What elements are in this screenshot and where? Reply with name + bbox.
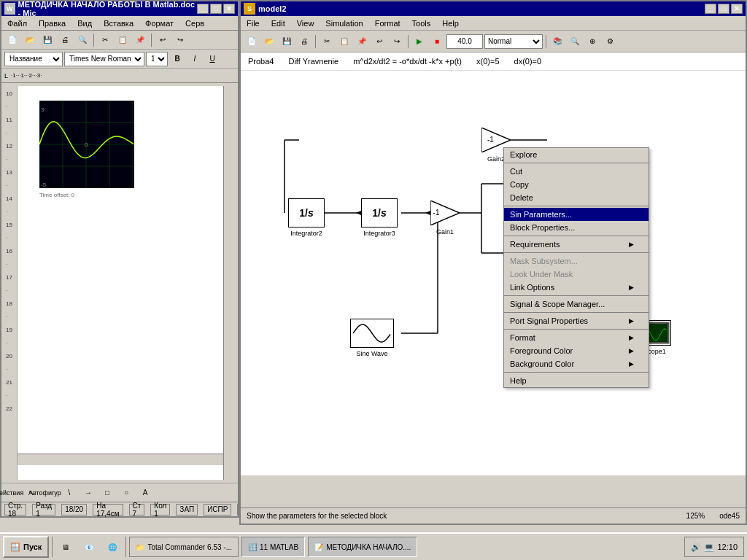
sim-props-button[interactable]: ⚙: [602, 34, 618, 50]
print-button[interactable]: 🖨: [57, 32, 73, 48]
sim-paste-button[interactable]: 📌: [354, 34, 370, 50]
print-preview-button[interactable]: 🔍: [74, 32, 90, 48]
ctx-foreground-color[interactable]: Foreground Color ▶: [504, 344, 649, 357]
block-sine-wave[interactable]: Sine Wave: [350, 319, 394, 348]
simulink-maximize-button[interactable]: □: [718, 4, 729, 14]
sim-menu-edit[interactable]: Edit: [268, 18, 288, 29]
word-menu-insert[interactable]: Вставка: [101, 18, 136, 29]
simulink-close-button[interactable]: ✕: [731, 4, 743, 14]
open-button[interactable]: 📂: [22, 32, 38, 48]
word-menu-service[interactable]: Серв: [182, 18, 207, 29]
sim-menu-view[interactable]: View: [294, 18, 317, 29]
draw-line-button[interactable]: \: [61, 485, 77, 501]
undo-button[interactable]: ↩: [155, 32, 171, 48]
draw-text-button[interactable]: A: [137, 485, 153, 501]
save-button[interactable]: 💾: [39, 32, 55, 48]
draw-arrow-button[interactable]: →: [80, 485, 96, 501]
word-menu-format[interactable]: Формат: [142, 18, 177, 29]
ctx-look-under-mask: Look Under Mask: [504, 268, 649, 281]
sim-library-button[interactable]: 📚: [549, 34, 565, 50]
word-scrollbar-vertical[interactable]: [223, 86, 235, 480]
word-titlebar: W МЕТОДИЧКА НАЧАЛО РАБОТЫ В Matlab.doc -…: [1, 1, 238, 16]
word-menu-view[interactable]: Вид: [74, 18, 95, 29]
bold-button[interactable]: B: [169, 51, 185, 67]
ctx-sep1: [504, 163, 649, 163]
redo-button[interactable]: ↪: [172, 32, 188, 48]
sim-save-button[interactable]: 💾: [279, 34, 295, 50]
new-doc-button[interactable]: 📄: [4, 32, 20, 48]
sim-menu-tools[interactable]: Tools: [409, 18, 434, 29]
ctx-format[interactable]: Format ▶: [504, 331, 649, 344]
sim-new-button[interactable]: 📄: [244, 34, 260, 50]
word-close-button[interactable]: ✕: [223, 4, 235, 14]
sim-play-button[interactable]: ▶: [411, 34, 427, 50]
matlab-label: 11 MATLAB: [260, 543, 298, 551]
sim-menu-help[interactable]: Help: [439, 18, 462, 29]
sim-zoom-display: 125%: [686, 512, 705, 520]
ctx-delete[interactable]: Delete: [504, 191, 649, 204]
draw-rect-button[interactable]: □: [99, 485, 115, 501]
style-select[interactable]: Название: [4, 52, 63, 66]
copy-button[interactable]: 📋: [115, 32, 131, 48]
ctx-port-signal-properties[interactable]: Port Signal Properties ▶: [504, 314, 649, 327]
ctx-block-properties[interactable]: Block Properties...: [504, 221, 649, 234]
taskbar-word-doc[interactable]: 📝 МЕТОДИЧКА НАЧАЛО....: [308, 537, 417, 557]
sim-print-button[interactable]: 🖨: [296, 34, 312, 50]
font-size-select[interactable]: 12: [146, 52, 168, 66]
ctx-sep5: [504, 295, 649, 296]
ctx-link-options[interactable]: Link Options ▶: [504, 281, 649, 294]
word-title: МЕТОДИЧКА НАЧАЛО РАБОТЫ В Matlab.doc - M…: [18, 0, 197, 18]
ctx-background-arrow: ▶: [629, 360, 634, 368]
sim-menu-simulation[interactable]: Simulation: [322, 18, 365, 29]
sim-zoom-in-button[interactable]: 🔍: [567, 34, 583, 50]
ctx-background-color[interactable]: Background Color ▶: [504, 357, 649, 370]
ctx-signal-scope-manager[interactable]: Signal & Scope Manager...: [504, 298, 649, 311]
ctx-requirements[interactable]: Requirements ▶: [504, 238, 649, 251]
italic-button[interactable]: I: [187, 51, 203, 67]
sim-open-button[interactable]: 📂: [261, 34, 277, 50]
draw-actions-button[interactable]: Действия▼: [4, 485, 20, 501]
sim-copy-button[interactable]: 📋: [336, 34, 352, 50]
sim-undo-button[interactable]: ↩: [371, 34, 387, 50]
underline-button[interactable]: U: [204, 51, 220, 67]
sim-stop-button[interactable]: ■: [429, 34, 445, 50]
font-name-select[interactable]: Times New Roman: [64, 52, 144, 66]
gain1-wrapper[interactable]: -1 Gain1: [430, 201, 460, 225]
sim-redo-button[interactable]: ↪: [389, 34, 405, 50]
tray-time: 12:10: [717, 542, 738, 551]
word-scrollbar-horizontal[interactable]: [18, 454, 223, 465]
simulink-statusbar: Show the parameters for the selected blo…: [241, 508, 746, 524]
word-maximize-button[interactable]: □: [210, 4, 222, 14]
word-content-area: 10·11·12 ·13·14· 15·16·17 ·18·19· 20·21·…: [4, 86, 235, 480]
taskbar-matlab[interactable]: 🔢 11 MATLAB: [241, 537, 305, 557]
sim-menu-file[interactable]: File: [244, 18, 263, 29]
ctx-explore[interactable]: Explore: [504, 148, 649, 161]
taskbar-total-commander[interactable]: 📁 Total Commander 6.53 -...: [129, 537, 239, 557]
simulink-minimize-button[interactable]: _: [705, 4, 716, 14]
sim-zoom-select[interactable]: Normal: [484, 34, 543, 49]
tray-icon2: 💻: [704, 542, 714, 552]
cut-button[interactable]: ✂: [97, 32, 113, 48]
taskbar-icon2[interactable]: 📧: [79, 537, 99, 557]
ctx-sin-parameters[interactable]: Sin Parameters...: [504, 208, 649, 221]
draw-shapes-button[interactable]: Автофигуры▼: [42, 485, 58, 501]
block-integrator2[interactable]: 1/s Integrator2: [288, 198, 325, 228]
simulink-window: S model2 _ □ ✕ File Edit View Simulation…: [239, 0, 747, 525]
sim-time-input[interactable]: [446, 34, 483, 49]
word-menu-file[interactable]: Файл: [4, 18, 30, 29]
sim-fit-button[interactable]: ⊕: [584, 34, 600, 50]
start-button[interactable]: 🪟 Пуск: [3, 536, 49, 558]
sim-cut-button[interactable]: ✂: [319, 34, 335, 50]
ctx-cut[interactable]: Cut: [504, 165, 649, 178]
ctx-help[interactable]: Help: [504, 374, 649, 387]
sim-solver-display: ode45: [719, 512, 740, 520]
ctx-copy[interactable]: Copy: [504, 178, 649, 191]
word-menu-edit[interactable]: Правка: [36, 18, 69, 29]
taskbar-icon1[interactable]: 🖥: [55, 537, 76, 557]
block-integrator3[interactable]: 1/s Integrator3: [361, 198, 398, 228]
draw-ellipse-button[interactable]: ○: [118, 485, 134, 501]
taskbar-icon3[interactable]: 🌐: [102, 537, 123, 557]
word-minimize-button[interactable]: _: [197, 4, 209, 14]
sim-menu-format[interactable]: Format: [372, 18, 403, 29]
paste-button[interactable]: 📌: [132, 32, 148, 48]
